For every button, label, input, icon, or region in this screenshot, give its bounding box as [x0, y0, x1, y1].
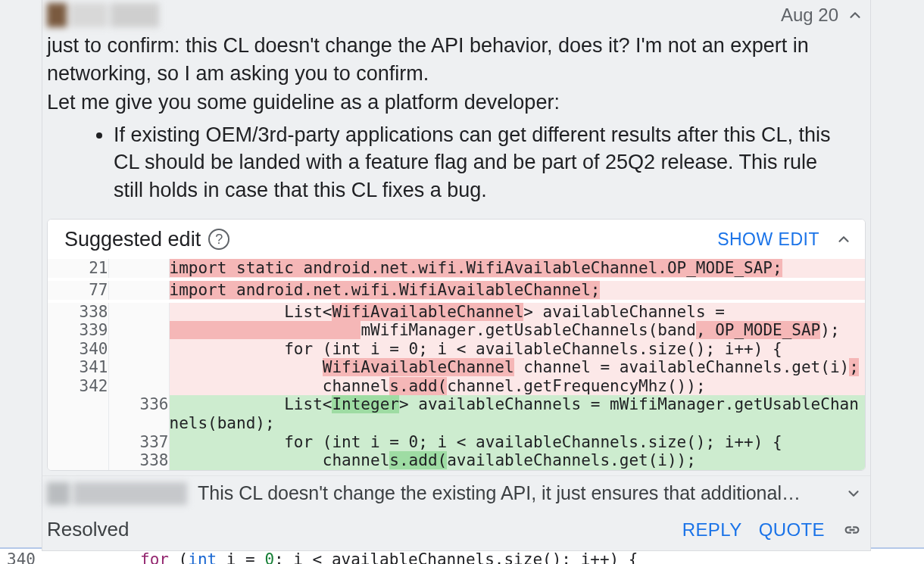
thread-status: Resolved [47, 516, 129, 543]
diff-row-added: 337 for (int i = 0; i < availableChannel… [48, 433, 865, 452]
line-number-new [108, 303, 169, 322]
line-number-new [108, 281, 169, 300]
suggested-edit-header: Suggested edit ? SHOW EDIT [48, 220, 865, 259]
line-number-new [108, 377, 169, 396]
thread-footer: Resolved REPLY QUOTE [42, 510, 870, 550]
line-number-old: 340 [48, 340, 108, 359]
diff-table: 21 import static android.net.wifi.WifiAv… [48, 259, 865, 469]
bg-line-number: 340 [0, 549, 42, 564]
diff-code: import android.net.wifi.WifiAvailableCha… [169, 281, 865, 300]
diff-row-added: 336 List<Integer> availableChannels = mW… [48, 395, 865, 432]
line-number-new: 336 [108, 395, 169, 432]
diff-code: import static android.net.wifi.WifiAvail… [169, 259, 865, 278]
comment-date: Aug 20 [781, 3, 838, 27]
diff-code: WifiAvailableChannel channel = available… [169, 358, 865, 377]
collapse-suggested-icon[interactable] [833, 229, 854, 250]
line-number-new [108, 259, 169, 278]
line-number-old: 77 [48, 281, 108, 300]
comment-header: Aug 20 [42, 0, 870, 29]
commenter-identity[interactable] [47, 3, 159, 27]
diff-code: List<Integer> availableChannels = mWifiM… [169, 395, 865, 432]
comment-thread-card: Aug 20 just to confirm: this CL doesn't … [42, 0, 871, 551]
diff-code: for (int i = 0; i < availableChannels.si… [169, 340, 865, 359]
suggested-edit-title: Suggested edit [64, 226, 201, 253]
comment-body: just to confirm: this CL doesn't change … [42, 29, 870, 214]
diff-code: mWifiManager.getUsableChannels(band, OP_… [169, 321, 865, 340]
suggested-edit-block: Suggested edit ? SHOW EDIT 21 import sta… [47, 219, 866, 471]
link-icon[interactable] [841, 519, 863, 541]
diff-code: channels.add(availableChannels.get(i)); [169, 451, 865, 470]
line-number-new: 337 [108, 433, 169, 452]
comment-paragraph: Let me give you some guideline as a plat… [47, 89, 866, 116]
diff-code: for (int i = 0; i < availableChannels.si… [169, 433, 865, 452]
line-number-new [108, 321, 169, 340]
line-number-old [48, 451, 108, 470]
diff-code: List<WifiAvailableChannel> availableChan… [169, 303, 865, 322]
reply-preview-text: This CL doesn't change the existing API,… [198, 481, 843, 506]
diff-row-removed: 77 import android.net.wifi.WifiAvailable… [48, 281, 865, 300]
collapse-thread-icon[interactable] [844, 5, 866, 26]
diff-row-removed: 342 channels.add(channel.getFrequencyMhz… [48, 377, 865, 396]
line-number-new: 338 [108, 451, 169, 470]
help-icon[interactable]: ? [208, 229, 229, 250]
line-number-old: 339 [48, 321, 108, 340]
diff-row-removed: 340 for (int i = 0; i < availableChannel… [48, 340, 865, 359]
reply-preview-row[interactable]: This CL doesn't change the existing API,… [42, 475, 870, 511]
reply-button[interactable]: REPLY [682, 518, 742, 542]
diff-code: channels.add(channel.getFrequencyMhz()); [169, 377, 865, 396]
diff-row-removed: 341 WifiAvailableChannel channel = avail… [48, 358, 865, 377]
line-number-old: 338 [48, 303, 108, 322]
comment-bullet: If existing OEM/3rd-party applications c… [114, 121, 852, 204]
line-number-new [108, 340, 169, 359]
diff-row-removed: 338 List<WifiAvailableChannel> available… [48, 303, 865, 322]
show-edit-button[interactable]: SHOW EDIT [717, 228, 819, 251]
quote-button[interactable]: QUOTE [759, 518, 825, 542]
diff-row-added: 338 channels.add(availableChannels.get(i… [48, 451, 865, 470]
diff-row-removed: 21 import static android.net.wifi.WifiAv… [48, 259, 865, 278]
line-number-old [48, 395, 108, 432]
line-number-new [108, 358, 169, 377]
line-number-old [48, 433, 108, 452]
expand-reply-icon[interactable] [843, 483, 864, 504]
comment-paragraph: just to confirm: this CL doesn't change … [47, 32, 866, 87]
line-number-old: 341 [48, 358, 108, 377]
line-number-old: 342 [48, 377, 108, 396]
diff-row-removed: 339 mWifiManager.getUsableChannels(band,… [48, 321, 865, 340]
replier-identity [47, 482, 187, 505]
line-number-old: 21 [48, 259, 108, 278]
